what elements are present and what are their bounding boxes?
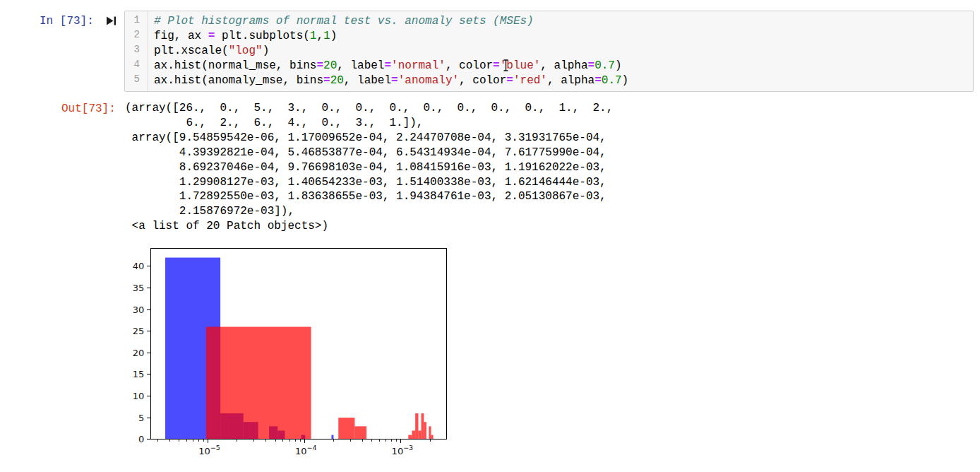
series-anomaly [206, 327, 434, 439]
histogram-bar [408, 435, 412, 439]
histogram-bar [412, 430, 415, 439]
y-tick-label: 15 [133, 369, 145, 379]
line-number-gutter: 12345 [125, 11, 148, 91]
histogram-bar [354, 426, 366, 439]
text-cursor-ibeam [503, 59, 509, 71]
code-line[interactable]: ax.hist(normal_mse, bins=20, label='norm… [154, 59, 628, 73]
histogram-bar [431, 435, 434, 439]
line-number: 5 [125, 73, 148, 88]
y-tick-label: 35 [133, 283, 145, 293]
histogram-bar [424, 422, 426, 439]
histogram-figure: 051015202530354010−510−410−3 [126, 244, 465, 472]
code-editor[interactable]: # Plot histograms of normal test vs. ano… [154, 14, 628, 88]
line-number: 3 [125, 44, 148, 59]
line-number: 4 [125, 59, 148, 73]
run-cell-icon[interactable] [105, 15, 117, 27]
code-line[interactable]: fig, ax = plt.subplots(1,1) [154, 29, 628, 44]
x-tick-label: 10−3 [392, 444, 414, 456]
code-line[interactable]: # Plot histograms of normal test vs. ano… [154, 14, 628, 29]
histogram-bar [338, 418, 354, 439]
x-tick-label: 10−4 [295, 444, 317, 456]
input-prompt: In [73]: [40, 14, 94, 29]
x-tick-label: 10−5 [198, 444, 220, 456]
code-cell[interactable]: 12345 # Plot histograms of normal test v… [124, 11, 974, 92]
y-tick-label: 30 [133, 305, 145, 315]
y-tick-label: 40 [133, 261, 145, 271]
histogram-bar [331, 435, 333, 439]
histogram-bar [206, 327, 311, 439]
histogram-bar [429, 426, 431, 439]
code-line[interactable]: ax.hist(anomaly_mse, bins=20, label='ano… [154, 73, 628, 88]
y-tick-label: 25 [133, 326, 145, 336]
y-tick-label: 10 [133, 391, 145, 401]
histogram-bar [419, 430, 422, 439]
y-tick-label: 0 [138, 434, 144, 444]
output-prompt: Out[73]: [61, 102, 116, 117]
histogram-bar [422, 413, 424, 439]
code-line[interactable]: plt.xscale("log") [154, 44, 628, 59]
line-number: 2 [125, 29, 148, 44]
y-tick-label: 20 [133, 348, 145, 358]
output-text: (array([26., 0., 5., 3., 0., 0., 0., 0.,… [125, 101, 613, 234]
line-number: 1 [125, 14, 148, 29]
y-tick-label: 5 [138, 413, 144, 423]
histogram-bar [415, 413, 418, 439]
